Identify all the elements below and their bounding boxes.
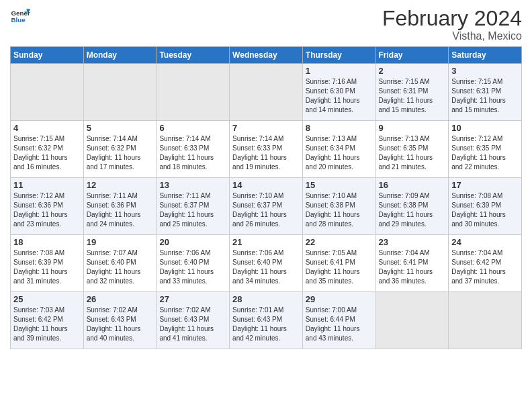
day-number: 10 bbox=[451, 123, 519, 133]
sunrise-label: Sunrise: 7:05 AM bbox=[306, 249, 357, 257]
sunset-label: Sunset: 6:38 PM bbox=[379, 201, 429, 209]
daylight-label: Daylight: 11 hours and 22 minutes. bbox=[451, 154, 506, 171]
sunrise-label: Sunrise: 7:15 AM bbox=[379, 78, 430, 85]
table-row: 20 Sunrise: 7:06 AM Sunset: 6:40 PM Dayl… bbox=[157, 235, 230, 292]
sunset-label: Sunset: 6:33 PM bbox=[159, 144, 209, 152]
logo: General Blue bbox=[10, 7, 30, 26]
table-row: 16 Sunrise: 7:09 AM Sunset: 6:38 PM Dayl… bbox=[375, 178, 449, 235]
day-info: Sunrise: 7:10 AM Sunset: 6:38 PM Dayligh… bbox=[306, 191, 373, 229]
day-number: 9 bbox=[379, 123, 446, 133]
daylight-label: Daylight: 11 hours and 18 minutes. bbox=[159, 154, 214, 171]
day-info: Sunrise: 7:06 AM Sunset: 6:40 PM Dayligh… bbox=[232, 248, 300, 286]
daylight-label: Daylight: 11 hours and 30 minutes. bbox=[451, 211, 506, 228]
sunset-label: Sunset: 6:32 PM bbox=[87, 144, 136, 152]
day-number: 13 bbox=[159, 180, 226, 190]
daylight-label: Daylight: 11 hours and 34 minutes. bbox=[232, 268, 287, 285]
day-number: 11 bbox=[13, 180, 81, 190]
daylight-label: Daylight: 11 hours and 35 minutes. bbox=[306, 268, 360, 285]
sunset-label: Sunset: 6:41 PM bbox=[379, 259, 429, 266]
day-info: Sunrise: 7:11 AM Sunset: 6:37 PM Dayligh… bbox=[159, 191, 226, 229]
table-row: 28 Sunrise: 7:01 AM Sunset: 6:43 PM Dayl… bbox=[230, 292, 303, 349]
sunrise-label: Sunrise: 7:12 AM bbox=[451, 135, 502, 142]
day-number: 21 bbox=[232, 237, 300, 247]
daylight-label: Daylight: 11 hours and 33 minutes. bbox=[159, 268, 214, 285]
sunset-label: Sunset: 6:33 PM bbox=[232, 144, 282, 152]
svg-text:Blue: Blue bbox=[11, 16, 26, 24]
day-number: 6 bbox=[159, 123, 226, 133]
day-number: 24 bbox=[451, 237, 519, 247]
sunset-label: Sunset: 6:37 PM bbox=[232, 201, 282, 209]
daylight-label: Daylight: 11 hours and 23 minutes. bbox=[13, 211, 68, 228]
col-sunday: Sunday bbox=[11, 47, 84, 64]
day-number: 27 bbox=[159, 294, 226, 304]
sunrise-label: Sunrise: 7:00 AM bbox=[306, 306, 357, 314]
col-thursday: Thursday bbox=[302, 47, 375, 64]
table-row: 25 Sunrise: 7:03 AM Sunset: 6:42 PM Dayl… bbox=[11, 292, 84, 349]
table-row: 5 Sunrise: 7:14 AM Sunset: 6:32 PM Dayli… bbox=[83, 121, 157, 178]
sunrise-label: Sunrise: 7:06 AM bbox=[159, 249, 210, 257]
table-row: 15 Sunrise: 7:10 AM Sunset: 6:38 PM Dayl… bbox=[302, 178, 375, 235]
sunset-label: Sunset: 6:43 PM bbox=[232, 316, 282, 323]
day-number: 5 bbox=[87, 123, 154, 133]
day-info: Sunrise: 7:08 AM Sunset: 6:39 PM Dayligh… bbox=[13, 248, 81, 286]
daylight-label: Daylight: 11 hours and 40 minutes. bbox=[87, 325, 141, 342]
sunset-label: Sunset: 6:42 PM bbox=[451, 259, 501, 266]
day-info: Sunrise: 7:08 AM Sunset: 6:39 PM Dayligh… bbox=[451, 191, 519, 229]
day-number: 17 bbox=[451, 180, 519, 190]
daylight-label: Daylight: 11 hours and 28 minutes. bbox=[306, 211, 360, 228]
daylight-label: Daylight: 11 hours and 39 minutes. bbox=[13, 325, 68, 342]
sunrise-label: Sunrise: 7:09 AM bbox=[379, 192, 430, 199]
table-row: 29 Sunrise: 7:00 AM Sunset: 6:44 PM Dayl… bbox=[302, 292, 375, 349]
day-number: 15 bbox=[306, 180, 373, 190]
daylight-label: Daylight: 11 hours and 15 minutes. bbox=[451, 97, 506, 113]
sunrise-label: Sunrise: 7:03 AM bbox=[13, 306, 64, 314]
table-row: 23 Sunrise: 7:04 AM Sunset: 6:41 PM Dayl… bbox=[375, 235, 449, 292]
table-row: 11 Sunrise: 7:12 AM Sunset: 6:36 PM Dayl… bbox=[11, 178, 84, 235]
day-info: Sunrise: 7:03 AM Sunset: 6:42 PM Dayligh… bbox=[13, 306, 81, 343]
header: General Blue February 2024 Vistha, Mexic… bbox=[10, 7, 522, 42]
sunset-label: Sunset: 6:35 PM bbox=[379, 144, 429, 152]
sunset-label: Sunset: 6:36 PM bbox=[87, 201, 136, 209]
table-row: 19 Sunrise: 7:07 AM Sunset: 6:40 PM Dayl… bbox=[83, 235, 157, 292]
table-row: 9 Sunrise: 7:13 AM Sunset: 6:35 PM Dayli… bbox=[375, 121, 449, 178]
col-monday: Monday bbox=[83, 47, 157, 64]
daylight-label: Daylight: 11 hours and 15 minutes. bbox=[379, 97, 433, 113]
sunset-label: Sunset: 6:39 PM bbox=[13, 259, 63, 266]
sunset-label: Sunset: 6:42 PM bbox=[13, 316, 63, 323]
daylight-label: Daylight: 11 hours and 24 minutes. bbox=[87, 211, 141, 228]
sunset-label: Sunset: 6:40 PM bbox=[232, 259, 282, 266]
sunrise-label: Sunrise: 7:10 AM bbox=[306, 192, 357, 199]
day-number: 3 bbox=[451, 66, 519, 76]
sunset-label: Sunset: 6:39 PM bbox=[451, 201, 501, 209]
sunset-label: Sunset: 6:35 PM bbox=[451, 144, 501, 152]
sunrise-label: Sunrise: 7:10 AM bbox=[232, 192, 283, 199]
sunset-label: Sunset: 6:40 PM bbox=[87, 259, 136, 266]
sunrise-label: Sunrise: 7:08 AM bbox=[13, 249, 64, 257]
table-row: 1 Sunrise: 7:16 AM Sunset: 6:30 PM Dayli… bbox=[302, 64, 375, 121]
daylight-label: Daylight: 11 hours and 17 minutes. bbox=[87, 154, 141, 171]
day-info: Sunrise: 7:09 AM Sunset: 6:38 PM Dayligh… bbox=[379, 191, 446, 229]
sunset-label: Sunset: 6:43 PM bbox=[159, 316, 209, 323]
table-row: 22 Sunrise: 7:05 AM Sunset: 6:41 PM Dayl… bbox=[302, 235, 375, 292]
day-number: 29 bbox=[306, 294, 373, 304]
day-number: 20 bbox=[159, 237, 226, 247]
day-info: Sunrise: 7:15 AM Sunset: 6:31 PM Dayligh… bbox=[451, 77, 519, 115]
day-number: 8 bbox=[306, 123, 373, 133]
calendar-table: Sunday Monday Tuesday Wednesday Thursday… bbox=[10, 46, 522, 349]
daylight-label: Daylight: 11 hours and 21 minutes. bbox=[379, 154, 433, 171]
daylight-label: Daylight: 11 hours and 19 minutes. bbox=[232, 154, 287, 171]
calendar-week-row: 1 Sunrise: 7:16 AM Sunset: 6:30 PM Dayli… bbox=[11, 64, 522, 121]
day-info: Sunrise: 7:13 AM Sunset: 6:34 PM Dayligh… bbox=[306, 134, 373, 172]
day-info: Sunrise: 7:14 AM Sunset: 6:32 PM Dayligh… bbox=[87, 134, 154, 172]
day-number: 14 bbox=[232, 180, 300, 190]
table-row: 17 Sunrise: 7:08 AM Sunset: 6:39 PM Dayl… bbox=[449, 178, 522, 235]
sunrise-label: Sunrise: 7:06 AM bbox=[232, 249, 283, 257]
day-info: Sunrise: 7:14 AM Sunset: 6:33 PM Dayligh… bbox=[232, 134, 300, 172]
day-info: Sunrise: 7:02 AM Sunset: 6:43 PM Dayligh… bbox=[87, 306, 154, 343]
sunset-label: Sunset: 6:38 PM bbox=[306, 201, 355, 209]
daylight-label: Daylight: 11 hours and 37 minutes. bbox=[451, 268, 506, 285]
table-row bbox=[11, 64, 84, 121]
sunset-label: Sunset: 6:40 PM bbox=[159, 259, 209, 266]
sunrise-label: Sunrise: 7:04 AM bbox=[451, 249, 502, 257]
sunrise-label: Sunrise: 7:08 AM bbox=[451, 192, 502, 199]
